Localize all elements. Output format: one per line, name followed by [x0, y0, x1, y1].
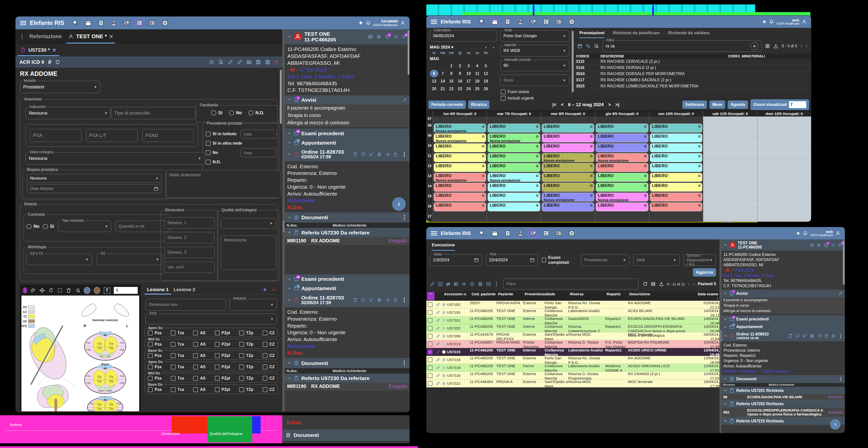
periodo-corrente-button[interactable]: Periodo corrente [428, 100, 466, 109]
menu-icon[interactable] [431, 20, 437, 24]
tipo-protocollo-input[interactable]: TIpo di protocollo [111, 107, 196, 119]
kebab-icon[interactable]: ⋮ [401, 214, 407, 221]
contact-card-icon[interactable] [454, 282, 458, 286]
checkbox-zone-TZp[interactable]: TZp [239, 353, 253, 358]
slot-menu-icon[interactable]: ≡ [644, 124, 647, 129]
slot-menu-icon[interactable]: ≡ [644, 163, 647, 169]
exit-icon[interactable] [385, 152, 390, 157]
remove-lesion-button[interactable]: − [272, 286, 276, 294]
day-1[interactable]: 1 [447, 62, 456, 70]
tab-overflow-icon[interactable]: ⋮ [19, 33, 25, 40]
checkbox-fuori-orario[interactable]: Fuori orario [501, 89, 529, 94]
note-anamnesi-textarea[interactable]: Note anamnesi [166, 170, 281, 198]
slot-libero[interactable]: LIBERO≡ [542, 173, 594, 182]
slot-libero[interactable]: LIBERO≡ [488, 193, 540, 201]
kebab-icon[interactable]: ⋮ [401, 360, 407, 366]
toolbar-icon-map-network[interactable] [477, 229, 487, 238]
checkbox-precedente-1[interactable]: Si in altra sede [206, 141, 242, 146]
codici-row[interactable]: 3116RX RACHIDE DORSALE (2 pr.) [574, 65, 811, 71]
checkbox-zone-Pza[interactable]: Pza [148, 387, 162, 392]
panel-scrollbar[interactable] [408, 30, 409, 75]
day-20[interactable]: 20 [430, 85, 438, 93]
input-dimens3[interactable]: Dimens. 3 [164, 247, 215, 258]
splitter-grip[interactable] [282, 221, 284, 232]
qualita-select[interactable]: ▼ [221, 218, 276, 229]
checkbox-zone-Pza[interactable]: Pza [148, 342, 162, 347]
slot-menu-icon[interactable]: ≡ [536, 124, 539, 129]
slot-libero[interactable]: LIBERO≡ [434, 202, 486, 211]
panel-scrollbar[interactable] [843, 241, 845, 285]
day-17[interactable]: 17 [464, 77, 473, 85]
input-psa[interactable]: PSA [30, 129, 82, 142]
toolbar-icon-exam-view[interactable] [528, 17, 538, 26]
checkbox-zone-TZp[interactable]: TZp [239, 364, 253, 370]
row-checkbox[interactable] [426, 332, 434, 340]
worklist-row[interactable]: U5718220257PROVA AGFAEsternoPorto San Gi… [426, 301, 719, 309]
slot-libero[interactable]: LIBERO≡ [650, 193, 702, 201]
row-edit-icon[interactable] [434, 340, 442, 348]
checkbox-zone-AS[interactable]: AS [193, 376, 206, 381]
avviso-item[interactable]: Il paziente è accompagnato [721, 297, 845, 303]
slot-menu-icon[interactable]: ≡ [482, 134, 485, 139]
chat-icon[interactable] [361, 298, 366, 302]
row-checkbox[interactable] [426, 356, 434, 363]
person-card-icon[interactable] [368, 34, 373, 39]
gear-icon[interactable] [817, 243, 821, 247]
checkbox-zone-TZp[interactable]: TZp [239, 376, 253, 381]
kebab-icon[interactable]: ⋮ [401, 297, 407, 303]
prev-week-icon[interactable]: < [561, 102, 563, 107]
prostate-diagram-canvas[interactable]: PZCZTZUSAFSSeminal vesiclesRLASTZaTZaTZp… [22, 295, 139, 411]
toolbar-icon-registry[interactable] [502, 229, 513, 238]
toolbar-icon-patients[interactable] [147, 19, 157, 27]
bell-icon[interactable] [366, 21, 371, 25]
search-icon[interactable] [586, 43, 591, 49]
chat-icon[interactable] [795, 334, 800, 338]
panel-scrollbar[interactable] [572, 31, 574, 92]
chevron-up-icon[interactable] [723, 243, 727, 247]
row-edit-icon[interactable] [434, 309, 442, 316]
close-report-icon[interactable]: × [274, 58, 278, 66]
row-checkbox[interactable]: ✓ [426, 348, 434, 356]
giorni-input[interactable]: 7 [789, 101, 806, 108]
exit-icon[interactable] [817, 334, 822, 338]
col-reparto[interactable]: Reparto [606, 292, 628, 300]
gear-icon[interactable] [831, 334, 836, 338]
checkbox-precedente-2[interactable]: No [206, 150, 218, 155]
data-biopsia-input[interactable]: Data biopsia [27, 184, 162, 193]
chartp-icon[interactable] [369, 152, 374, 157]
esami-completati-checkbox[interactable] [542, 258, 546, 262]
slot-libero[interactable]: LIBERO≡ [596, 133, 648, 142]
slot-libero[interactable]: LIBERO≡ [650, 153, 702, 162]
edit-icon[interactable] [227, 59, 233, 65]
toolbar-icon-media-cd[interactable] [160, 19, 170, 27]
slot-menu-icon[interactable]: ≡ [536, 134, 539, 139]
day-21[interactable]: 21 [438, 85, 447, 93]
columns-icon[interactable] [651, 282, 656, 286]
slot-libero[interactable]: LIBERO≡ [488, 183, 540, 192]
agenda-select[interactable]: Agenda RX WEB ▼ [500, 45, 569, 56]
next-fab[interactable]: › [830, 419, 840, 429]
pager-prev-icon[interactable]: ‹ [801, 43, 802, 49]
input-data-precedente[interactable]: Data [241, 130, 277, 138]
row-checkbox[interactable] [426, 324, 434, 332]
radio-familiarita-Si[interactable]: Si [211, 110, 222, 116]
codici-row[interactable]: 3117RX RACHIDE LOMBO-SACRALE (2 pr.) [574, 77, 811, 83]
fine-date-input[interactable]: Fine 22/4/2024 [486, 254, 538, 266]
user-avatar-icon[interactable] [400, 21, 405, 25]
worklist-row[interactable]: U5721311-PC443057PROVA RINOPronto Soccor… [426, 340, 719, 348]
star-icon[interactable]: ★ [359, 20, 363, 26]
slot-menu-icon[interactable]: ≡ [590, 163, 593, 169]
chevron-icon[interactable] [723, 419, 727, 423]
toolbar-icon-map-network[interactable] [70, 19, 81, 27]
slot-menu-icon[interactable]: ≡ [644, 183, 647, 188]
rotate-tool-icon[interactable] [48, 288, 54, 293]
row-checkbox[interactable] [426, 301, 434, 308]
next-fab[interactable]: › [392, 197, 406, 211]
slot-libero[interactable]: LIBERO≡ [650, 173, 702, 182]
pencil-icon[interactable] [403, 98, 407, 102]
worklist-row[interactable]: U5721611-PC466205TEST ONEEsternoCivitano… [426, 372, 719, 380]
day-16[interactable]: 16 [456, 77, 464, 85]
toolbar-icon-schedule[interactable] [490, 17, 500, 26]
col-risorsa[interactable]: Risorsa [569, 292, 606, 300]
input-psalt[interactable]: PSA L/T [86, 129, 138, 142]
